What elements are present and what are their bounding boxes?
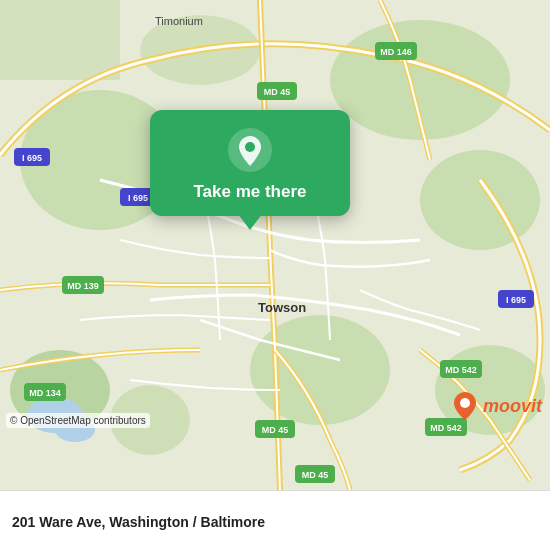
svg-rect-6 [0, 0, 120, 80]
moovit-brand-text: moovit [483, 396, 542, 417]
svg-text:MD 134: MD 134 [29, 388, 61, 398]
svg-point-2 [420, 150, 540, 250]
svg-text:MD 45: MD 45 [264, 87, 291, 97]
svg-point-37 [245, 142, 255, 152]
svg-point-38 [460, 398, 470, 408]
map-container: Timonium MD 146 I 695 I 695 MD 45 I 695 … [0, 0, 550, 490]
svg-text:MD 139: MD 139 [67, 281, 99, 291]
address-line: 201 Ware Ave, Washington / Baltimore [12, 514, 538, 530]
take-me-there-button[interactable]: Take me there [193, 182, 306, 202]
popup-card[interactable]: Take me there [150, 110, 350, 216]
moovit-pin-icon [451, 390, 479, 422]
svg-text:I 695: I 695 [506, 295, 526, 305]
svg-text:I 695: I 695 [128, 193, 148, 203]
svg-text:I 695: I 695 [22, 153, 42, 163]
svg-text:Towson: Towson [258, 300, 306, 315]
svg-text:MD 542: MD 542 [430, 423, 462, 433]
svg-text:Timonium: Timonium [155, 15, 203, 27]
svg-text:MD 45: MD 45 [302, 470, 329, 480]
attribution-text: © OpenStreetMap contributors [6, 413, 150, 428]
svg-text:MD 146: MD 146 [380, 47, 412, 57]
svg-text:MD 542: MD 542 [445, 365, 477, 375]
svg-point-3 [250, 315, 390, 425]
bottom-bar: 201 Ware Ave, Washington / Baltimore [0, 490, 550, 550]
svg-text:MD 45: MD 45 [262, 425, 289, 435]
location-pin-icon [228, 128, 272, 172]
moovit-logo: moovit [451, 390, 542, 422]
